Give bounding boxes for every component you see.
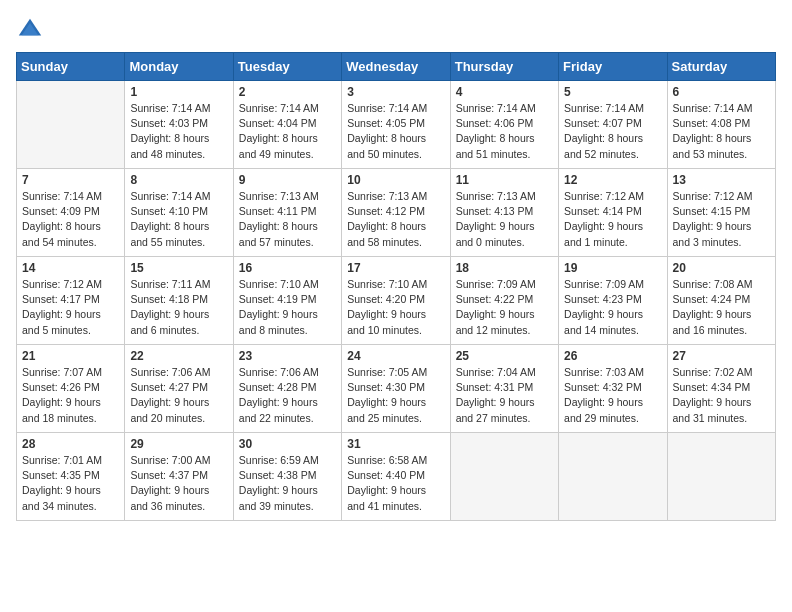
day-info-line: and 1 minute. — [564, 235, 661, 250]
day-cell: 24Sunrise: 7:05 AMSunset: 4:30 PMDayligh… — [342, 345, 450, 433]
day-info-line: and 12 minutes. — [456, 323, 553, 338]
day-info-line: Daylight: 9 hours — [564, 219, 661, 234]
day-info-line: Sunset: 4:28 PM — [239, 380, 336, 395]
day-number: 23 — [239, 349, 336, 363]
day-info: Sunrise: 7:00 AMSunset: 4:37 PMDaylight:… — [130, 453, 227, 514]
day-info-line: and 55 minutes. — [130, 235, 227, 250]
day-info-line: Sunrise: 6:58 AM — [347, 453, 444, 468]
column-header-sunday: Sunday — [17, 53, 125, 81]
day-info-line: Sunset: 4:11 PM — [239, 204, 336, 219]
day-info-line: Sunrise: 7:09 AM — [564, 277, 661, 292]
day-cell: 2Sunrise: 7:14 AMSunset: 4:04 PMDaylight… — [233, 81, 341, 169]
day-info-line: Sunrise: 7:12 AM — [22, 277, 119, 292]
day-cell: 18Sunrise: 7:09 AMSunset: 4:22 PMDayligh… — [450, 257, 558, 345]
day-info-line: and 31 minutes. — [673, 411, 770, 426]
day-info-line: Sunset: 4:08 PM — [673, 116, 770, 131]
day-info-line: Daylight: 9 hours — [347, 395, 444, 410]
day-info: Sunrise: 7:09 AMSunset: 4:22 PMDaylight:… — [456, 277, 553, 338]
day-cell: 31Sunrise: 6:58 AMSunset: 4:40 PMDayligh… — [342, 433, 450, 521]
day-info-line: Sunrise: 7:06 AM — [130, 365, 227, 380]
day-number: 20 — [673, 261, 770, 275]
day-info-line: Sunset: 4:13 PM — [456, 204, 553, 219]
day-info-line: Sunrise: 7:08 AM — [673, 277, 770, 292]
day-info-line: Sunrise: 7:12 AM — [564, 189, 661, 204]
day-number: 19 — [564, 261, 661, 275]
day-info-line: Sunset: 4:40 PM — [347, 468, 444, 483]
day-info-line: and 10 minutes. — [347, 323, 444, 338]
day-info-line: Sunset: 4:03 PM — [130, 116, 227, 131]
page-header — [16, 16, 776, 44]
day-number: 15 — [130, 261, 227, 275]
day-info-line: and 58 minutes. — [347, 235, 444, 250]
day-info-line: Daylight: 9 hours — [22, 483, 119, 498]
day-info-line: Sunset: 4:18 PM — [130, 292, 227, 307]
day-info-line: Sunrise: 6:59 AM — [239, 453, 336, 468]
day-info-line: Sunset: 4:27 PM — [130, 380, 227, 395]
day-cell: 8Sunrise: 7:14 AMSunset: 4:10 PMDaylight… — [125, 169, 233, 257]
day-cell: 22Sunrise: 7:06 AMSunset: 4:27 PMDayligh… — [125, 345, 233, 433]
day-info-line: Sunset: 4:37 PM — [130, 468, 227, 483]
day-number: 9 — [239, 173, 336, 187]
day-number: 12 — [564, 173, 661, 187]
day-cell: 28Sunrise: 7:01 AMSunset: 4:35 PMDayligh… — [17, 433, 125, 521]
day-info-line: and 6 minutes. — [130, 323, 227, 338]
day-info: Sunrise: 7:14 AMSunset: 4:06 PMDaylight:… — [456, 101, 553, 162]
day-cell: 23Sunrise: 7:06 AMSunset: 4:28 PMDayligh… — [233, 345, 341, 433]
day-info-line: Sunset: 4:04 PM — [239, 116, 336, 131]
day-info-line: Sunset: 4:17 PM — [22, 292, 119, 307]
day-info-line: Sunrise: 7:04 AM — [456, 365, 553, 380]
day-info-line: Daylight: 9 hours — [347, 483, 444, 498]
day-info-line: and 29 minutes. — [564, 411, 661, 426]
logo-icon — [16, 16, 44, 44]
header-row: SundayMondayTuesdayWednesdayThursdayFrid… — [17, 53, 776, 81]
day-info: Sunrise: 7:14 AMSunset: 4:05 PMDaylight:… — [347, 101, 444, 162]
day-info-line: Sunset: 4:31 PM — [456, 380, 553, 395]
day-info-line: Sunrise: 7:02 AM — [673, 365, 770, 380]
day-cell — [559, 433, 667, 521]
day-info-line: Daylight: 9 hours — [456, 395, 553, 410]
logo — [16, 16, 48, 44]
day-info: Sunrise: 7:06 AMSunset: 4:27 PMDaylight:… — [130, 365, 227, 426]
day-info-line: Sunset: 4:32 PM — [564, 380, 661, 395]
day-info: Sunrise: 6:59 AMSunset: 4:38 PMDaylight:… — [239, 453, 336, 514]
day-number: 28 — [22, 437, 119, 451]
day-info-line: Daylight: 9 hours — [673, 219, 770, 234]
day-info-line: Daylight: 8 hours — [564, 131, 661, 146]
day-info-line: Daylight: 9 hours — [130, 395, 227, 410]
day-info: Sunrise: 7:14 AMSunset: 4:07 PMDaylight:… — [564, 101, 661, 162]
day-number: 29 — [130, 437, 227, 451]
day-cell: 9Sunrise: 7:13 AMSunset: 4:11 PMDaylight… — [233, 169, 341, 257]
day-cell: 20Sunrise: 7:08 AMSunset: 4:24 PMDayligh… — [667, 257, 775, 345]
week-row-5: 28Sunrise: 7:01 AMSunset: 4:35 PMDayligh… — [17, 433, 776, 521]
day-cell — [667, 433, 775, 521]
column-header-friday: Friday — [559, 53, 667, 81]
day-info: Sunrise: 7:11 AMSunset: 4:18 PMDaylight:… — [130, 277, 227, 338]
day-info-line: Daylight: 8 hours — [22, 219, 119, 234]
day-info-line: Sunrise: 7:14 AM — [22, 189, 119, 204]
day-cell: 27Sunrise: 7:02 AMSunset: 4:34 PMDayligh… — [667, 345, 775, 433]
day-info-line: Sunrise: 7:14 AM — [456, 101, 553, 116]
day-info-line: Sunset: 4:19 PM — [239, 292, 336, 307]
day-number: 4 — [456, 85, 553, 99]
day-cell: 4Sunrise: 7:14 AMSunset: 4:06 PMDaylight… — [450, 81, 558, 169]
week-row-2: 7Sunrise: 7:14 AMSunset: 4:09 PMDaylight… — [17, 169, 776, 257]
day-info: Sunrise: 7:14 AMSunset: 4:09 PMDaylight:… — [22, 189, 119, 250]
day-info-line: and 53 minutes. — [673, 147, 770, 162]
day-cell: 6Sunrise: 7:14 AMSunset: 4:08 PMDaylight… — [667, 81, 775, 169]
day-number: 18 — [456, 261, 553, 275]
day-cell: 21Sunrise: 7:07 AMSunset: 4:26 PMDayligh… — [17, 345, 125, 433]
day-cell — [450, 433, 558, 521]
day-info-line: and 8 minutes. — [239, 323, 336, 338]
day-info-line: and 54 minutes. — [22, 235, 119, 250]
day-number: 31 — [347, 437, 444, 451]
day-info-line: Sunrise: 7:14 AM — [564, 101, 661, 116]
day-info-line: Sunrise: 7:10 AM — [239, 277, 336, 292]
day-info: Sunrise: 6:58 AMSunset: 4:40 PMDaylight:… — [347, 453, 444, 514]
day-number: 13 — [673, 173, 770, 187]
day-cell: 11Sunrise: 7:13 AMSunset: 4:13 PMDayligh… — [450, 169, 558, 257]
day-info: Sunrise: 7:07 AMSunset: 4:26 PMDaylight:… — [22, 365, 119, 426]
day-info-line: Sunset: 4:35 PM — [22, 468, 119, 483]
day-info-line: and 16 minutes. — [673, 323, 770, 338]
day-number: 10 — [347, 173, 444, 187]
day-cell: 7Sunrise: 7:14 AMSunset: 4:09 PMDaylight… — [17, 169, 125, 257]
